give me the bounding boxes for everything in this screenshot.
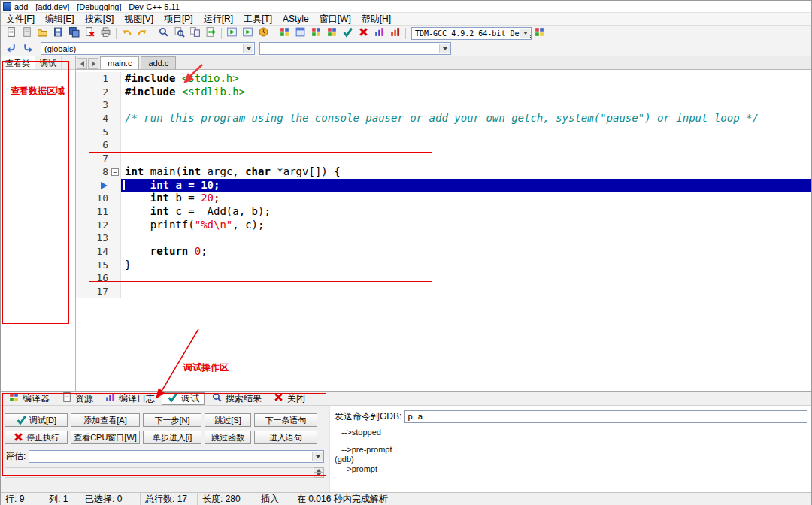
editor-tab-add.c[interactable]: add.c <box>141 56 176 69</box>
close-tab-icon <box>273 392 284 405</box>
status-bar: 行: 9列: 1已选择: 0总行数: 17长度: 280插入在 0.016 秒内… <box>1 492 811 505</box>
code-editor[interactable]: 1#include <stdio.h>2#include <stdlib.h>3… <box>76 70 811 391</box>
line-number-7: 7 <box>76 152 121 165</box>
undo-button[interactable] <box>119 26 135 41</box>
menu-item-3[interactable]: 搜索[S] <box>80 12 120 26</box>
evaluate-combobox[interactable] <box>29 450 324 463</box>
save-icon <box>53 26 64 40</box>
debug-button-停止执行[interactable]: 停止执行 <box>5 431 68 444</box>
new-project-button[interactable] <box>19 26 35 41</box>
gdb-command-label: 发送命令到GDB: <box>335 410 401 423</box>
profile-button[interactable] <box>371 26 387 41</box>
code-text-11: int c = Add(a, b); <box>121 205 811 219</box>
debug-button-进入语句[interactable]: 进入语句 <box>254 431 317 444</box>
syntax-check-button[interactable] <box>340 26 356 41</box>
abort-compilation-button[interactable] <box>356 26 371 41</box>
run-to-cursor-button[interactable] <box>224 26 240 41</box>
fold-marker[interactable]: − <box>111 168 119 176</box>
tab-scroll-left-button[interactable] <box>77 58 87 69</box>
debug-button-label: 跳过[S] <box>214 415 241 426</box>
editor-tab-bar: main.cadd.c <box>76 56 811 70</box>
debug-button-添加查看[A][interactable]: 添加查看[A] <box>71 413 140 427</box>
package-manager-button[interactable] <box>532 26 547 41</box>
menu-item-9[interactable]: 窗口[W] <box>314 12 356 26</box>
bottom-tab-资源[interactable]: 资源 <box>56 392 98 405</box>
jump-forward-button[interactable] <box>20 41 36 56</box>
debug-button-label: 下一条语句 <box>265 415 307 426</box>
globals-combobox[interactable]: (globals) <box>41 42 255 55</box>
menu-item-10[interactable]: 帮助[H] <box>356 12 396 26</box>
combo-dropdown-icon[interactable] <box>243 44 253 53</box>
redo-button[interactable] <box>135 26 150 41</box>
jump-back-icon <box>5 42 17 56</box>
close-file-button[interactable] <box>82 26 98 41</box>
debug-button-单步进入[i][interactable]: 单步进入[i] <box>143 431 201 444</box>
menu-item-2[interactable]: 编辑[E] <box>40 12 80 26</box>
tab-scroll-right-button[interactable] <box>88 58 98 69</box>
code-text-3 <box>121 98 811 112</box>
menu-item-6[interactable]: 运行[R] <box>198 12 238 26</box>
chevron-right-icon <box>92 61 95 67</box>
bottom-tab-编译日志[interactable]: 编译日志 <box>100 392 159 405</box>
rebuild-all-button[interactable] <box>324 26 340 41</box>
save-button[interactable] <box>50 26 66 41</box>
gdb-output-line-1: -->stopped <box>335 428 809 437</box>
editor-tab-main.c[interactable]: main.c <box>100 56 139 69</box>
scroll-down-button[interactable] <box>314 472 324 478</box>
replace-button[interactable] <box>187 26 203 41</box>
code-line-16: 16 <box>76 271 811 285</box>
bottom-tab-调试[interactable]: 调试 <box>162 392 205 405</box>
compile-run-button[interactable] <box>308 26 324 41</box>
find-button[interactable] <box>156 26 171 41</box>
line-number-3: 3 <box>76 98 121 112</box>
new-file-button[interactable] <box>3 26 19 41</box>
window-title: add - [add.dev] - [Debugging] - Dev-C++ … <box>14 2 180 11</box>
compile-icon <box>279 26 290 40</box>
program-pause-button[interactable] <box>256 26 271 41</box>
continue-button[interactable] <box>240 26 256 41</box>
debug-button-下一条语句[interactable]: 下一条语句 <box>254 413 317 427</box>
members-combobox[interactable] <box>259 42 451 55</box>
combo-dropdown-icon[interactable] <box>312 452 323 461</box>
save-all-button[interactable] <box>66 26 82 41</box>
debug-button-调试[D][interactable]: 调试[D] <box>5 413 68 427</box>
menu-bar: 文件[F]编辑[E]搜索[S]视图[V]项目[P]运行[R]工具[T]AStyl… <box>1 13 811 26</box>
code-text-5 <box>121 125 811 139</box>
globals-combobox-value: (globals) <box>44 44 76 53</box>
gdb-command-input[interactable] <box>404 410 807 423</box>
class-browser-body[interactable] <box>1 70 75 391</box>
print-button[interactable] <box>98 26 114 41</box>
goto-line-button[interactable] <box>203 26 219 41</box>
left-panel-tab-调试[interactable]: 调试 <box>35 56 62 69</box>
bottom-panel-tabs: 编译器资源编译日志调试搜索结果关闭 <box>1 392 811 406</box>
print-icon <box>100 26 111 40</box>
bottom-tab-关闭[interactable]: 关闭 <box>268 392 310 405</box>
menu-item-7[interactable]: 工具[T] <box>238 12 277 26</box>
debug-button-下一步[N][interactable]: 下一步[N] <box>143 413 201 427</box>
combo-dropdown-icon[interactable] <box>439 44 450 53</box>
compiler-profile-combobox[interactable]: TDM-GCC 4.9.2 64-bit Debug <box>411 27 532 40</box>
menu-item-5[interactable]: 项目[P] <box>159 12 198 26</box>
compile-button[interactable] <box>277 26 292 41</box>
jump-back-button[interactable] <box>3 41 19 56</box>
debug-panel-scrollbar[interactable] <box>5 467 324 478</box>
debug-button-跳过[S][interactable]: 跳过[S] <box>205 413 251 427</box>
toolbar-separator <box>153 28 153 39</box>
run-button[interactable] <box>292 26 308 41</box>
line-number-9: 9 <box>76 179 121 192</box>
menu-item-1[interactable]: 文件[F] <box>1 12 40 26</box>
debug-button-查看CPU窗口[W][interactable]: 查看CPU窗口[W] <box>71 431 140 444</box>
left-panel-tab-查看类[interactable]: 查看类 <box>1 56 35 69</box>
bottom-tab-搜索结果[interactable]: 搜索结果 <box>207 392 266 405</box>
debug-controls: 调试[D]添加查看[A]下一步[N]跳过[S]下一条语句 停止执行查看CPU窗口… <box>1 406 329 492</box>
profile-analysis-button[interactable] <box>387 26 403 41</box>
debug-button-跳过函数[interactable]: 跳过函数 <box>205 431 251 444</box>
code-line-12: 12 printf("%d\n", c); <box>76 219 811 232</box>
menu-item-4[interactable]: 视图[V] <box>119 12 159 26</box>
bottom-tab-编译器[interactable]: 编译器 <box>4 392 54 405</box>
open-file-button[interactable] <box>35 26 50 41</box>
code-line-9: 9 int a = 10; <box>76 179 811 192</box>
find-in-files-button[interactable] <box>171 26 187 41</box>
menu-item-8[interactable]: AStyle <box>277 13 314 25</box>
combo-dropdown-icon[interactable] <box>520 29 530 38</box>
